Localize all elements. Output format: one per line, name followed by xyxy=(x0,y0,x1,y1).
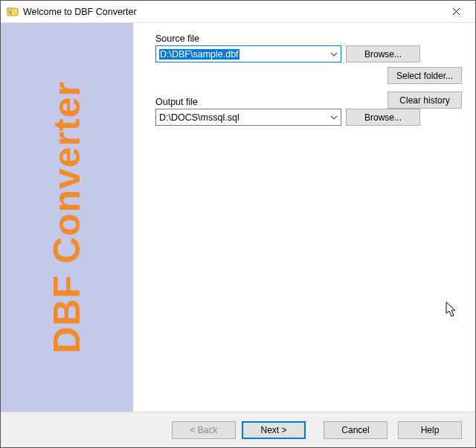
output-file-value: D:\DOCS\mssql.sql xyxy=(159,112,239,123)
sidebar-banner: DBF Converter xyxy=(1,23,133,412)
select-folder-button[interactable]: Select folder... xyxy=(387,67,462,84)
clear-history-button[interactable]: Clear history xyxy=(387,92,462,109)
wizard-footer: < Back Next > Cancel Help xyxy=(1,412,475,447)
brand-text: DBF Converter xyxy=(45,81,89,353)
cursor-icon xyxy=(446,301,457,320)
chevron-down-icon xyxy=(330,115,338,120)
source-file-label: Source file xyxy=(155,33,462,44)
window-title: Welcome to DBF Converter xyxy=(23,7,441,17)
back-button: < Back xyxy=(172,421,236,439)
output-file-combo[interactable]: D:\DOCS\mssql.sql xyxy=(155,109,341,126)
svg-rect-1 xyxy=(7,8,12,10)
source-browse-button[interactable]: Browse... xyxy=(346,45,420,63)
source-file-value: D:\DBF\sample.dbf xyxy=(159,49,239,60)
chevron-down-icon xyxy=(330,52,338,57)
next-button[interactable]: Next > xyxy=(242,421,306,439)
cancel-button[interactable]: Cancel xyxy=(324,421,387,439)
wizard-body: DBF Converter Source file D:\DBF\sample.… xyxy=(1,23,475,412)
titlebar: Welcome to DBF Converter xyxy=(1,1,475,23)
output-browse-button[interactable]: Browse... xyxy=(346,109,420,126)
wizard-window: Welcome to DBF Converter DBF Converter S… xyxy=(0,0,476,448)
svg-point-2 xyxy=(9,11,12,14)
source-file-combo[interactable]: D:\DBF\sample.dbf xyxy=(155,45,341,63)
app-icon xyxy=(7,6,19,18)
close-button[interactable] xyxy=(441,1,471,22)
main-panel: Source file D:\DBF\sample.dbf Browse... … xyxy=(133,23,475,412)
help-button[interactable]: Help xyxy=(398,421,462,439)
